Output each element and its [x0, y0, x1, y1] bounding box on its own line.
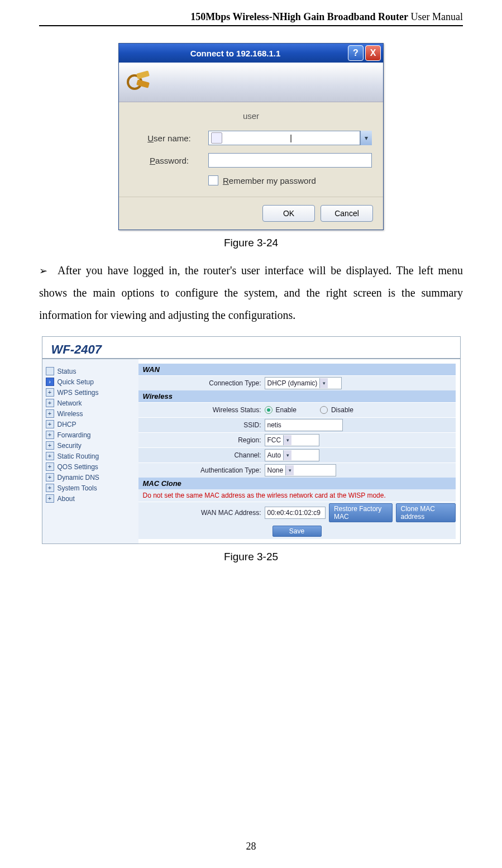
- nav-item-system-tools[interactable]: +System Tools: [46, 483, 135, 493]
- router-header: WF-2407: [42, 337, 460, 359]
- section-wireless: Wireless: [138, 390, 456, 402]
- checkbox-icon[interactable]: [208, 175, 218, 185]
- radio-disable[interactable]: [320, 406, 328, 414]
- username-input[interactable]: |: [208, 131, 360, 145]
- conn-type-label: Connection Type:: [138, 379, 265, 387]
- plus-icon: +: [46, 441, 54, 450]
- plus-icon: +: [46, 494, 54, 503]
- wan-mac-label: WAN MAC Address:: [138, 509, 265, 517]
- ok-button[interactable]: OK: [262, 205, 315, 222]
- restore-mac-button[interactable]: Restore Factory MAC: [329, 503, 393, 522]
- nav-item-static-routing[interactable]: +Static Routing: [46, 451, 135, 461]
- mac-warning: Do not set the same MAC address as the w…: [138, 489, 456, 502]
- body-paragraph: ➢After you have logged in, the router's …: [39, 259, 463, 326]
- nav-item-network[interactable]: +Network: [46, 398, 135, 408]
- plus-icon: +: [46, 388, 54, 397]
- cancel-button[interactable]: Cancel: [321, 205, 373, 222]
- login-dialog: Connect to 192.168.1.1 ? X user User nam…: [118, 43, 384, 230]
- router-main: WAN Connection Type: DHCP (dynamic)▾ Wir…: [138, 359, 460, 543]
- help-icon[interactable]: ?: [348, 45, 364, 61]
- chevron-down-icon[interactable]: ▾: [360, 131, 372, 145]
- figure-caption-1: Figure 3-24: [39, 237, 463, 249]
- password-label: Password:: [130, 156, 208, 165]
- plus-icon: +: [46, 462, 54, 471]
- wan-mac-input[interactable]: 00:e0:4c:01:02:c9: [265, 507, 326, 519]
- header-rule: [39, 25, 463, 26]
- plus-icon: +: [46, 431, 54, 439]
- chevron-down-icon: ▾: [283, 435, 291, 445]
- router-nav: Status ›Quick Setup +WPS Settings +Netwo…: [42, 359, 138, 543]
- login-title: Connect to 192.168.1.1: [125, 49, 346, 58]
- nav-item-dhcp[interactable]: +DHCP: [46, 419, 135, 430]
- page-number: 28: [0, 841, 502, 852]
- auth-select[interactable]: None▾: [265, 464, 336, 476]
- nav-item-wps[interactable]: +WPS Settings: [46, 387, 135, 398]
- password-input[interactable]: [208, 153, 372, 168]
- login-banner: [119, 63, 383, 102]
- running-header: 150Mbps Wireless-NHigh Gain Broadband Ro…: [39, 11, 463, 23]
- region-label: Region:: [138, 436, 265, 444]
- user-icon: [211, 132, 222, 144]
- model-label: WF-2407: [51, 342, 451, 357]
- nav-item-qos[interactable]: +QOS Settings: [46, 461, 135, 472]
- region-select[interactable]: FCC▾: [265, 434, 319, 446]
- enable-label: Enable: [276, 406, 297, 414]
- auth-label: Authentication Type:: [138, 466, 265, 474]
- disable-label: Disable: [331, 406, 353, 414]
- header-bold: 150Mbps Wireless-NHigh Gain Broadband Ro…: [190, 11, 408, 22]
- chevron-down-icon: ▾: [319, 378, 328, 388]
- keys-icon: [127, 70, 151, 94]
- section-mac-clone: MAC Clone: [138, 478, 456, 489]
- ssid-label: SSID:: [138, 421, 265, 429]
- nav-item-status[interactable]: Status: [46, 366, 135, 376]
- plus-icon: +: [46, 452, 54, 460]
- remember-checkbox-row[interactable]: Remember my password: [208, 175, 372, 185]
- login-titlebar: Connect to 192.168.1.1 ? X: [119, 44, 383, 63]
- nav-item-ddns[interactable]: +Dynamic DNS: [46, 472, 135, 483]
- save-button[interactable]: Save: [272, 526, 322, 537]
- box-icon: [46, 367, 54, 375]
- plus-icon: +: [46, 473, 54, 481]
- conn-type-select[interactable]: DHCP (dynamic)▾: [265, 377, 342, 389]
- plus-icon: +: [46, 399, 54, 407]
- section-wan: WAN: [138, 364, 456, 375]
- channel-select[interactable]: Auto▾: [265, 449, 319, 461]
- bullet-icon: ➢: [39, 265, 47, 276]
- nav-item-wireless[interactable]: +Wireless: [46, 408, 135, 419]
- figure-caption-2: Figure 3-25: [39, 551, 463, 563]
- clone-mac-button[interactable]: Clone MAC address: [396, 503, 456, 522]
- plus-icon: +: [46, 420, 54, 428]
- close-icon[interactable]: X: [365, 45, 381, 61]
- chevron-down-icon: ▾: [285, 465, 294, 475]
- arrow-right-icon: ›: [46, 378, 54, 386]
- nav-item-quick-setup[interactable]: ›Quick Setup: [46, 376, 135, 387]
- plus-icon: +: [46, 484, 54, 492]
- channel-label: Channel:: [138, 451, 265, 459]
- nav-item-forwarding[interactable]: +Forwarding: [46, 430, 135, 440]
- router-ui: WF-2407 Status ›Quick Setup +WPS Setting…: [42, 336, 461, 544]
- nav-item-security[interactable]: +Security: [46, 440, 135, 451]
- wireless-status-label: Wireless Status:: [138, 406, 265, 414]
- username-label: User name:: [130, 133, 208, 143]
- header-rest: User Manual: [408, 11, 463, 22]
- nav-item-about[interactable]: +About: [46, 493, 135, 504]
- plus-icon: +: [46, 409, 54, 418]
- radio-enable[interactable]: [265, 406, 272, 414]
- server-label: user: [130, 111, 372, 121]
- chevron-down-icon: ▾: [283, 450, 291, 460]
- ssid-input[interactable]: netis: [265, 419, 343, 431]
